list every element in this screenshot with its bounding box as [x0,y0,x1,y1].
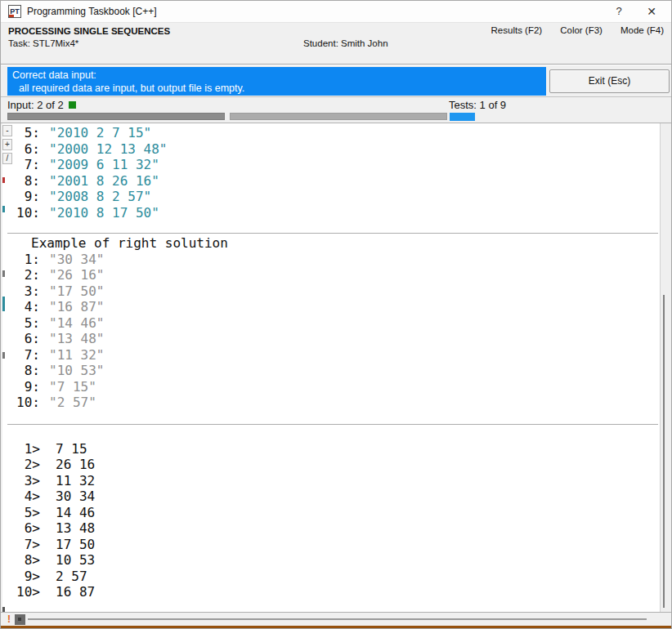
line-number: 10> [2,584,40,600]
line-value: "16 87" [49,299,104,314]
example-line: 4:"16 87" [2,299,660,315]
line-number: 8> [2,552,40,569]
line-value: 17 50 [56,537,95,552]
input-complete-indicator [69,101,76,109]
example-line: 5:"14 46" [2,315,660,332]
example-line: 6:"13 48" [2,331,660,347]
line-value: "2008 8 2 57" [49,189,151,204]
output-line: 5>14 46 [2,505,660,521]
title-bar: PT Programming Taskbook [C++] ? ✕ [1,1,671,23]
line-number: 1: [2,252,40,268]
line-value: "2010 2 7 15" [49,125,151,141]
clipped-text-fragment [2,297,5,311]
line-value: "10 53" [49,363,104,378]
line-value: "2000 12 13 48" [49,141,168,157]
line-number: 10: [2,205,40,221]
zoom-button[interactable]: + [2,139,12,150]
input-echo-section: 5:"2010 2 7 15"6:"2000 12 13 48"7:"2009 … [2,123,660,221]
vertical-scrollbar[interactable] [660,123,672,613]
line-value: "11 32" [49,347,104,363]
task-content-area[interactable]: -+/ 5:"2010 2 7 15"6:"2000 12 13 48"7:"2… [2,123,660,613]
horizontal-scrollbar-thumb[interactable] [15,614,25,625]
output-line: 2>26 16 [2,457,660,473]
line-number: 6> [2,520,40,537]
line-number: 5> [2,505,40,521]
example-line: 9:"7 15" [2,379,660,395]
taskbook-window: PT Programming Taskbook [C++] ? ✕ PROCES… [0,0,672,629]
output-line: 6>13 48 [2,520,660,537]
line-number: 3: [2,283,40,300]
clipped-text-fragment [2,270,5,277]
line-value: "14 46" [49,315,104,331]
example-line: 10:"2 57" [2,395,660,411]
line-value: "26 16" [49,267,104,283]
example-section: 1:"30 34"2:"26 16"3:"17 50"4:"16 87"5:"1… [2,252,660,411]
line-number: 5: [2,315,40,332]
section-rule [7,424,658,425]
menu-item[interactable]: Color (F3) [560,25,603,35]
input-progress-bar-1 [7,113,225,120]
input-echo-line: 9:"2008 8 2 57" [2,189,660,205]
line-number: 2: [2,267,40,283]
header-divider [1,64,671,65]
header: PROCESSING SINGLE SEQUENCES Task: STL7Mi… [1,24,671,64]
clipped-text-fragment [2,206,5,212]
status-row: Input: 2 of 2 Tests: 1 of 9 [1,97,671,112]
app-icon: PT [8,5,21,18]
vertical-scrollbar-thumb[interactable] [663,295,665,608]
warning-mark-icon: ! [7,613,11,625]
line-value: 26 16 [56,457,95,472]
close-icon[interactable]: ✕ [635,1,668,22]
zoom-controls: -+/ [2,125,12,164]
line-value: 13 48 [56,520,95,536]
line-value: "13 48" [49,331,104,346]
line-number: 4: [2,299,40,315]
section-rule [7,233,658,234]
menu-item[interactable]: Mode (F4) [620,25,664,35]
clipped-text-fragment [2,352,5,359]
menu-item[interactable]: Results (F2) [491,25,543,35]
zoom-button[interactable]: - [2,125,12,136]
course-title: PROCESSING SINGLE SEQUENCES [8,26,170,36]
line-value: 10 53 [56,552,95,568]
horizontal-scrollbar-track[interactable] [28,618,647,620]
output-line: 10>16 87 [2,584,660,600]
example-line: 1:"30 34" [2,252,660,268]
line-number: 1> [2,441,40,457]
example-line: 2:"26 16" [2,267,660,283]
line-number: 2> [2,457,40,473]
input-echo-line: 7:"2009 6 11 32" [2,157,660,173]
example-line: 3:"17 50" [2,283,660,300]
output-line: 1>7 15 [2,441,660,457]
exit-button[interactable]: Exit (Esc) [549,69,670,93]
line-number: 8: [2,363,40,379]
example-line: 8:"10 53" [2,363,660,379]
input-echo-line: 8:"2001 8 26 16" [2,173,660,190]
task-label: Task: STL7Mix4* [8,38,78,48]
line-value: "2 57" [49,395,96,410]
line-value: 7 15 [56,441,87,457]
output-line: 3>11 32 [2,473,660,489]
line-number: 9> [2,569,40,585]
output-line: 8>10 53 [2,552,660,569]
line-number: 7: [2,347,40,364]
banner-line2: all required data are input, but output … [12,82,546,95]
clipped-text-fragment [2,177,5,183]
window-frame-edge [1,626,671,628]
line-value: 14 46 [56,505,95,520]
line-number: 4> [2,488,40,505]
tests-progress-bar [450,113,475,121]
result-banner: Correct data input: all required data ar… [7,67,546,96]
banner-line1: Correct data input: [12,69,546,82]
help-icon[interactable]: ? [603,1,635,22]
output-line: 7>17 50 [2,537,660,553]
example-line: 7:"11 32" [2,347,660,364]
line-value: "2009 6 11 32" [49,157,159,172]
line-value: 11 32 [56,473,95,488]
input-echo-line: 6:"2000 12 13 48" [2,141,660,158]
line-number: 6: [2,331,40,347]
header-menu: Results (F2)Color (F3)Mode (F4) [491,25,664,35]
line-value: 16 87 [56,584,95,600]
zoom-button[interactable]: / [2,153,12,164]
line-number: 8: [2,173,40,190]
